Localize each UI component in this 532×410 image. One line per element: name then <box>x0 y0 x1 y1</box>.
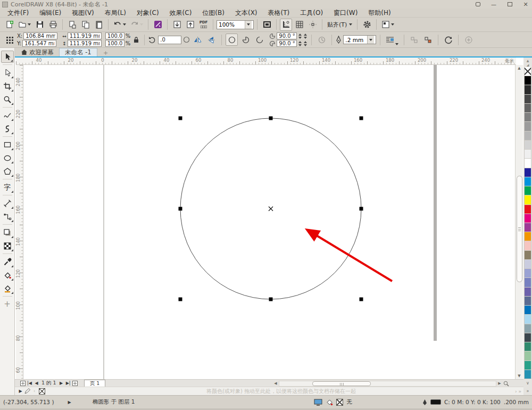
palette-swatch-8[interactable] <box>524 141 531 150</box>
document-palette-flyout-icon[interactable]: ▶ <box>17 388 24 395</box>
drop-shadow-tool[interactable] <box>1 226 14 239</box>
vertical-scrollbar-thumb[interactable] <box>517 176 522 282</box>
next-page-button[interactable]: ▶ <box>58 380 65 387</box>
palette-swatch-9[interactable] <box>524 150 531 159</box>
x-position-input[interactable] <box>23 32 57 39</box>
new-document-button[interactable] <box>3 19 15 31</box>
first-page-button[interactable]: |◀ <box>26 380 33 387</box>
color-eyedropper-tool[interactable] <box>1 256 14 268</box>
zoom-navigator-button[interactable] <box>503 380 510 387</box>
palette-swatch-7[interactable] <box>524 132 531 141</box>
search-content-button[interactable] <box>152 19 164 31</box>
horizontal-scrollbar[interactable]: ◀ ▶ <box>272 380 510 387</box>
minimize-button[interactable]: — <box>489 1 498 7</box>
pie-mode-button[interactable] <box>239 34 252 46</box>
paste-button[interactable] <box>93 19 105 31</box>
scroll-up-arrow[interactable]: ▲ <box>516 65 523 71</box>
rectangle-tool[interactable] <box>1 138 14 151</box>
menu-item-2[interactable]: 视图(V) <box>66 9 99 18</box>
mirror-vertical-button[interactable] <box>205 34 218 46</box>
zoom-level-input[interactable] <box>217 21 245 29</box>
color-proof-icon[interactable] <box>314 399 322 406</box>
palette-swatch-20[interactable] <box>524 251 531 260</box>
palette-swatch-31[interactable] <box>524 351 531 360</box>
object-width-input[interactable] <box>68 32 102 39</box>
print-button[interactable] <box>47 19 59 31</box>
freehand-tool[interactable] <box>1 109 14 121</box>
quick-customize-button[interactable] <box>462 34 475 46</box>
palette-swatch-28[interactable] <box>524 324 531 333</box>
outline-width-caret[interactable] <box>367 36 374 44</box>
tab-welcome-screen[interactable]: 欢迎屏幕 <box>16 48 59 56</box>
start-angle-spinner2[interactable] <box>303 34 307 39</box>
show-guidelines-button[interactable] <box>306 19 319 31</box>
edit-palette-icon[interactable] <box>24 388 31 395</box>
palette-swatch-10[interactable] <box>524 159 531 168</box>
menu-item-10[interactable]: 窗口(W) <box>328 9 363 18</box>
snap-to-button[interactable]: 贴齐(T) <box>326 19 354 31</box>
palette-swatch-21[interactable] <box>524 260 531 269</box>
dimension-tool[interactable] <box>1 197 14 209</box>
interactive-fill-tool[interactable] <box>1 269 14 281</box>
palette-swatch-11[interactable] <box>524 168 531 177</box>
start-angle-spinner[interactable] <box>298 34 302 39</box>
menu-item-5[interactable]: 效果(C) <box>164 9 197 18</box>
show-rulers-button[interactable] <box>280 19 292 31</box>
object-height-input[interactable] <box>68 40 102 47</box>
ungroup-objects-button[interactable] <box>422 34 434 46</box>
scale-h-input[interactable] <box>105 32 124 39</box>
palette-swatch-13[interactable] <box>524 186 531 195</box>
palette-swatch-29[interactable] <box>524 333 531 342</box>
palette-swatch-22[interactable] <box>524 269 531 278</box>
palette-swatch-2[interactable] <box>524 85 531 94</box>
menu-item-6[interactable]: 位图(B) <box>197 9 230 18</box>
end-angle-input[interactable] <box>277 40 297 47</box>
smart-fill-tool[interactable] <box>1 282 14 294</box>
palette-swatch-12[interactable] <box>524 177 531 186</box>
open-button[interactable] <box>16 19 32 31</box>
zoom-level-combo[interactable] <box>217 20 254 29</box>
zoom-level-caret[interactable] <box>245 21 252 29</box>
drawing-canvas[interactable] <box>23 65 515 379</box>
shape-tool[interactable] <box>1 67 14 79</box>
drawing-surface[interactable] <box>23 65 515 379</box>
transparency-tool[interactable] <box>1 240 14 252</box>
arc-mode-button[interactable] <box>253 34 265 46</box>
object-center-marker[interactable] <box>269 207 273 211</box>
show-grid-button[interactable] <box>293 19 305 31</box>
wrap-text-button[interactable] <box>384 34 400 46</box>
last-page-button[interactable]: ▶| <box>65 380 72 387</box>
save-button[interactable] <box>34 19 46 31</box>
add-tool-button[interactable]: + <box>1 298 14 310</box>
status-flyout-icon[interactable]: ▶ <box>68 400 71 405</box>
page-1-tab[interactable]: 页 1 <box>84 380 106 387</box>
palette-swatch-19[interactable] <box>524 241 531 250</box>
palette-swatch-26[interactable] <box>524 306 531 315</box>
palette-swatch-15[interactable] <box>524 205 531 214</box>
menu-item-9[interactable]: 工具(O) <box>295 9 328 18</box>
palette-scroll-left-icon[interactable]: ‹ <box>31 388 38 395</box>
add-page-end-button[interactable] <box>72 380 79 387</box>
mirror-horizontal-button[interactable] <box>192 34 204 46</box>
palette-swatch-25[interactable] <box>524 297 531 306</box>
palette-scroll-up-icon[interactable]: ▲ <box>527 59 529 62</box>
horizontal-ruler[interactable]: 毫米4020020406080100120140160180200220240 <box>16 58 516 65</box>
convert-to-curves-button[interactable] <box>442 34 454 46</box>
palette-swatch-33[interactable] <box>524 370 531 379</box>
ellipse-mode-button[interactable] <box>226 34 238 46</box>
scroll-right-arrow[interactable]: ▶ <box>496 380 503 387</box>
start-angle-input[interactable] <box>277 32 297 39</box>
palette-swatch-1[interactable] <box>524 76 531 85</box>
tab-document-1[interactable]: 未命名 -1 <box>59 48 97 56</box>
fill-color-swatch[interactable] <box>336 399 343 406</box>
options-button[interactable] <box>361 19 373 31</box>
menu-item-8[interactable]: 表格(T) <box>263 9 295 18</box>
palette-swatch-18[interactable] <box>524 232 531 241</box>
outline-color-swatch[interactable] <box>430 399 441 405</box>
menu-item-0[interactable]: 文件(F) <box>2 9 34 18</box>
rotation-angle-input[interactable] <box>158 36 181 44</box>
outline-width-combo[interactable] <box>343 35 376 44</box>
document-palette-no-color-swatch[interactable] <box>39 388 45 395</box>
palette-swatch-24[interactable] <box>524 288 531 297</box>
vertical-scrollbar[interactable]: ▲ ▼ <box>515 65 523 379</box>
